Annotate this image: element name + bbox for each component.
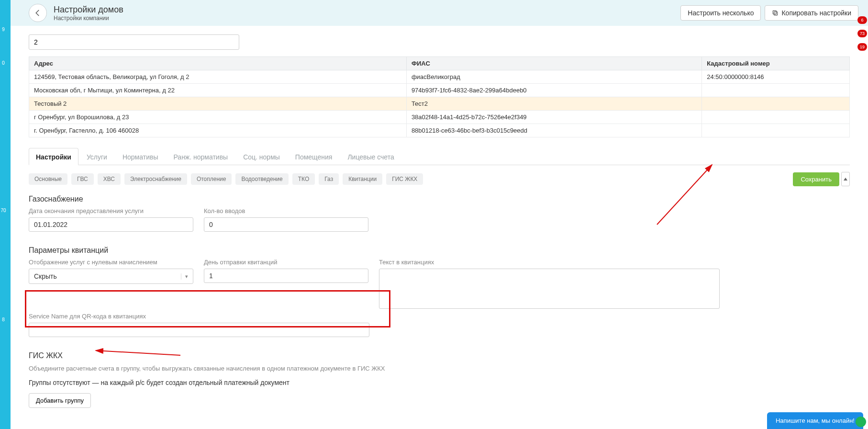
chat-widget[interactable]: Напишите нам, мы онлайн! [767,412,863,419]
table-cell [702,124,850,137]
gas-end-date-label: Дата окончания предоставления услуги [29,207,193,214]
pill-tko[interactable]: ТКО [292,173,315,185]
badge[interactable]: 6 [857,16,867,24]
pill-row: Основные ГВС ХВС Электроснабжение Отопле… [29,172,850,186]
pill-basic[interactable]: Основные [29,173,67,185]
pill-heating[interactable]: Отопление [191,173,232,185]
pill-electro[interactable]: Электроснабжение [124,173,187,185]
copy-settings-label: Копировать настройки [781,9,851,17]
configure-multiple-button[interactable]: Настроить несколько [680,5,761,21]
table-cell [702,84,850,97]
table-cell: 88b01218-ce63-46bc-bef3-b3c015c9eedd [406,124,701,137]
table-row[interactable]: Московская обл, г Мытищи, ул Коминтерна,… [29,84,850,97]
arrow-left-icon [33,9,42,17]
col-cadastral[interactable]: Кадастровый номер [702,57,850,70]
detail-tabs: Настройки Услуги Нормативы Ранж. нормати… [29,148,850,165]
table-row[interactable]: Тестовый 2Тест2 [29,97,850,111]
tab-settings[interactable]: Настройки [29,148,78,165]
copy-settings-button[interactable]: Копировать настройки [765,5,858,21]
pill-receipts[interactable]: Квитанции [343,173,382,185]
badge[interactable]: 19 [857,43,867,51]
rail-nub[interactable]: 9 [0,23,10,35]
tab-social-norms[interactable]: Соц. нормы [236,148,287,165]
chevron-down-icon: ▾ [181,273,188,280]
left-rail: 9 0 70 8 [0,0,11,419]
col-address[interactable]: Адрес [29,57,407,70]
send-day-input[interactable] [204,269,368,283]
rail-nub[interactable]: 0 [0,56,10,69]
save-button[interactable]: Сохранить [793,172,839,186]
page-subtitle: Настройки компании [54,15,123,22]
pill-gas[interactable]: Газ [319,173,339,185]
add-group-button[interactable]: Добавить группу [29,393,91,408]
title-block: Настройки домов Настройки компании [54,5,123,22]
table-cell: 124569, Тестовая область, Великоград, ул… [29,70,407,84]
table-row[interactable]: 124569, Тестовая область, Великоград, ул… [29,70,850,84]
tab-accounts[interactable]: Лицевые счета [340,148,401,165]
table-cell: 38a02f48-14a1-4d25-b72c-7526e4e2f349 [406,111,701,124]
pill-drain[interactable]: Водоотведение [235,173,288,185]
table-cell [702,97,850,111]
tab-normatives[interactable]: Нормативы [115,148,166,165]
chat-widget-label: Напишите нам, мы онлайн! [776,417,855,419]
houses-table: Адрес ФИАС Кадастровый номер 124569, Тес… [29,56,850,137]
qr-service-name-input[interactable] [29,323,369,337]
pill-gisjkh[interactable]: ГИС ЖКХ [386,173,423,185]
table-cell: Тест2 [406,97,701,111]
zero-display-select[interactable]: Скрыть ▾ [29,269,193,284]
back-button[interactable] [29,4,47,22]
copy-icon [772,10,779,16]
gas-inputs-label: Кол-во вводов [204,207,368,214]
table-row[interactable]: г Оренбург, ул Ворошилова, д 2338a02f48-… [29,111,850,124]
table-cell: 974b93f7-1fc6-4832-8ae2-299a64bdeeb0 [406,84,701,97]
search-input[interactable] [29,34,239,50]
table-cell: Московская обл, г Мытищи, ул Коминтерна,… [29,84,407,97]
page-title: Настройки домов [54,5,123,15]
section-receipts-title: Параметры квитанций [29,246,850,255]
gis-help-text: Объедините расчетные счета в группу, что… [29,365,850,372]
tab-services[interactable]: Услуги [79,148,114,165]
tab-ranzh-normatives[interactable]: Ранж. нормативы [166,148,235,165]
rail-nub[interactable]: 8 [0,313,10,326]
badge[interactable]: 73 [857,30,867,37]
chevron-up-icon [844,178,847,181]
gas-inputs-input[interactable] [204,217,368,232]
table-cell: г Оренбург, ул Ворошилова, д 23 [29,111,407,124]
section-gis-title: ГИС ЖКХ [29,351,850,360]
notification-badges: 6 73 19 [857,16,867,51]
table-cell: фиасВеликоград [406,70,701,84]
gis-group-notice: Группы отсутствуют — на каждый р/с будет… [29,379,850,386]
pill-gvs[interactable]: ГВС [71,173,94,185]
svg-rect-1 [773,11,777,14]
receipt-text-textarea[interactable] [379,269,720,309]
zero-display-value: Скрыть [34,272,57,280]
table-cell [702,111,850,124]
table-cell: г. Оренбург, Гастелло, д. 106 460028 [29,124,407,137]
table-cell: Тестовый 2 [29,97,407,111]
gas-end-date-input[interactable] [29,217,193,232]
save-dropdown[interactable] [841,172,850,186]
col-fias[interactable]: ФИАС [406,57,701,70]
tab-rooms[interactable]: Помещения [288,148,340,165]
table-cell: 24:50:0000000:8146 [702,70,850,84]
section-gas-title: Газоснабжение [29,195,850,203]
receipt-text-label: Текст в квитанциях [379,259,720,266]
rail-nub[interactable]: 70 [0,204,10,216]
page-header: Настройки домов Настройки компании Настр… [11,0,868,26]
table-row[interactable]: г. Оренбург, Гастелло, д. 106 46002888b0… [29,124,850,137]
svg-rect-0 [774,12,778,15]
pill-hvs[interactable]: ХВС [98,173,121,185]
zero-display-label: Отображение услуг с нулевым начислением [29,259,193,266]
send-day-label: День отправки квитанций [204,259,368,266]
qr-service-name-label: Service Name для QR-кода в квитанциях [29,313,369,320]
